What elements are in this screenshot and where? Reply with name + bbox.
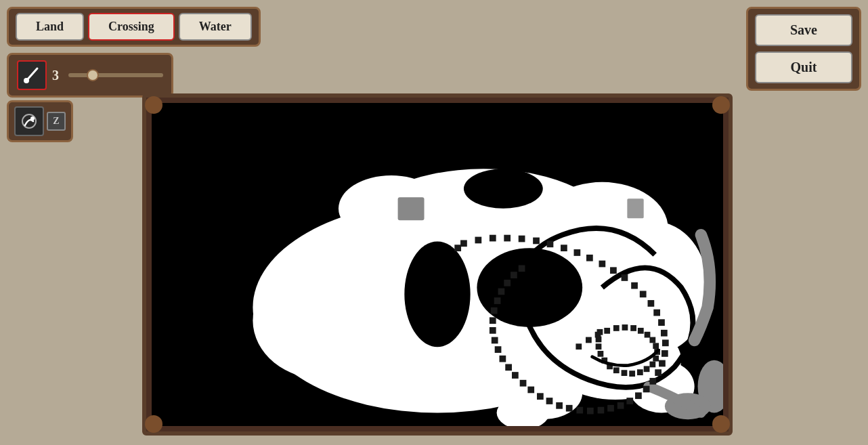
svg-rect-24 bbox=[490, 235, 496, 242]
brush-icon-box bbox=[17, 60, 47, 90]
map-canvas[interactable] bbox=[152, 103, 723, 426]
svg-rect-59 bbox=[520, 380, 527, 387]
svg-rect-27 bbox=[533, 238, 540, 245]
svg-rect-46 bbox=[643, 386, 650, 393]
svg-point-15 bbox=[464, 169, 543, 208]
svg-rect-26 bbox=[519, 236, 525, 242]
svg-rect-30 bbox=[574, 249, 581, 256]
svg-rect-55 bbox=[556, 402, 563, 409]
svg-rect-90 bbox=[629, 370, 635, 377]
svg-rect-38 bbox=[653, 310, 660, 316]
svg-rect-53 bbox=[576, 407, 583, 414]
svg-rect-37 bbox=[648, 300, 655, 307]
svg-point-8 bbox=[339, 175, 444, 241]
svg-rect-71 bbox=[511, 272, 517, 278]
undo-button[interactable]: Z bbox=[47, 112, 66, 131]
svg-rect-34 bbox=[622, 274, 628, 281]
svg-rect-97 bbox=[596, 337, 602, 343]
frame-corner-br bbox=[712, 415, 730, 433]
svg-rect-36 bbox=[640, 291, 647, 297]
svg-rect-87 bbox=[649, 362, 655, 368]
land-mode-button[interactable]: Land bbox=[16, 13, 84, 41]
brush-panel: 3 bbox=[7, 53, 173, 98]
svg-rect-89 bbox=[637, 369, 643, 375]
svg-point-17 bbox=[404, 241, 470, 347]
quit-button[interactable]: Quit bbox=[755, 51, 852, 83]
svg-rect-18 bbox=[398, 197, 425, 220]
svg-rect-74 bbox=[576, 343, 582, 349]
svg-rect-79 bbox=[622, 324, 628, 331]
water-mode-button[interactable]: Water bbox=[179, 13, 252, 41]
svg-rect-66 bbox=[490, 317, 496, 324]
svg-rect-48 bbox=[626, 398, 633, 404]
svg-rect-65 bbox=[490, 327, 496, 334]
svg-rect-95 bbox=[598, 351, 604, 357]
crossing-mode-button[interactable]: Crossing bbox=[88, 13, 175, 41]
right-panel: Save Quit bbox=[746, 7, 861, 91]
svg-rect-96 bbox=[596, 343, 602, 349]
brush-size-label: 3 bbox=[52, 68, 63, 83]
map-artwork bbox=[152, 103, 723, 426]
svg-rect-50 bbox=[607, 405, 614, 412]
svg-rect-35 bbox=[631, 282, 638, 289]
svg-rect-57 bbox=[537, 393, 544, 400]
svg-rect-67 bbox=[491, 308, 498, 314]
svg-rect-75 bbox=[586, 337, 592, 343]
eraser-tool-button[interactable] bbox=[14, 106, 44, 136]
svg-rect-22 bbox=[460, 240, 467, 247]
svg-point-7 bbox=[253, 261, 397, 380]
brush-size-slider[interactable] bbox=[68, 73, 163, 77]
svg-rect-91 bbox=[622, 370, 628, 376]
svg-rect-81 bbox=[638, 328, 644, 334]
svg-rect-19 bbox=[627, 198, 643, 218]
svg-rect-23 bbox=[475, 237, 481, 244]
svg-rect-72 bbox=[519, 265, 525, 272]
svg-rect-39 bbox=[658, 319, 665, 326]
svg-rect-84 bbox=[653, 343, 659, 349]
svg-rect-42 bbox=[661, 350, 668, 357]
svg-rect-64 bbox=[492, 337, 498, 344]
svg-rect-51 bbox=[598, 407, 605, 414]
svg-rect-44 bbox=[655, 369, 661, 376]
brush-icon bbox=[22, 66, 41, 85]
svg-rect-77 bbox=[604, 328, 610, 334]
svg-point-1 bbox=[24, 78, 29, 83]
frame-corner-bl bbox=[145, 415, 162, 433]
frame-corner-tr bbox=[712, 96, 730, 114]
svg-rect-92 bbox=[613, 367, 620, 373]
svg-rect-78 bbox=[613, 325, 620, 331]
svg-rect-60 bbox=[512, 372, 519, 379]
tool-panel: Z bbox=[7, 100, 73, 142]
mode-toolbar: Land Crossing Water bbox=[7, 7, 261, 47]
svg-rect-49 bbox=[617, 402, 624, 409]
svg-rect-98 bbox=[597, 329, 603, 335]
canvas-frame bbox=[142, 93, 733, 436]
svg-rect-63 bbox=[495, 346, 502, 353]
svg-rect-83 bbox=[649, 337, 655, 343]
eraser-icon bbox=[20, 112, 39, 131]
svg-rect-54 bbox=[566, 405, 573, 412]
svg-point-3 bbox=[30, 116, 35, 121]
svg-rect-31 bbox=[586, 255, 593, 261]
svg-rect-52 bbox=[587, 408, 594, 415]
svg-rect-62 bbox=[500, 356, 506, 362]
svg-rect-69 bbox=[498, 289, 505, 295]
svg-rect-68 bbox=[494, 297, 501, 304]
svg-rect-58 bbox=[527, 387, 534, 394]
svg-rect-70 bbox=[504, 280, 511, 287]
svg-rect-73 bbox=[454, 245, 461, 251]
svg-rect-82 bbox=[645, 332, 651, 338]
svg-rect-29 bbox=[561, 245, 567, 251]
svg-rect-33 bbox=[610, 267, 617, 274]
svg-rect-43 bbox=[659, 360, 666, 367]
svg-rect-61 bbox=[505, 364, 512, 370]
svg-rect-45 bbox=[649, 378, 656, 385]
svg-rect-47 bbox=[635, 392, 642, 399]
svg-rect-80 bbox=[630, 325, 636, 331]
svg-rect-28 bbox=[547, 240, 554, 247]
frame-corner-tl bbox=[145, 96, 162, 114]
save-button[interactable]: Save bbox=[755, 14, 852, 46]
svg-rect-25 bbox=[504, 235, 511, 242]
svg-rect-32 bbox=[599, 261, 606, 268]
svg-rect-40 bbox=[661, 330, 668, 337]
